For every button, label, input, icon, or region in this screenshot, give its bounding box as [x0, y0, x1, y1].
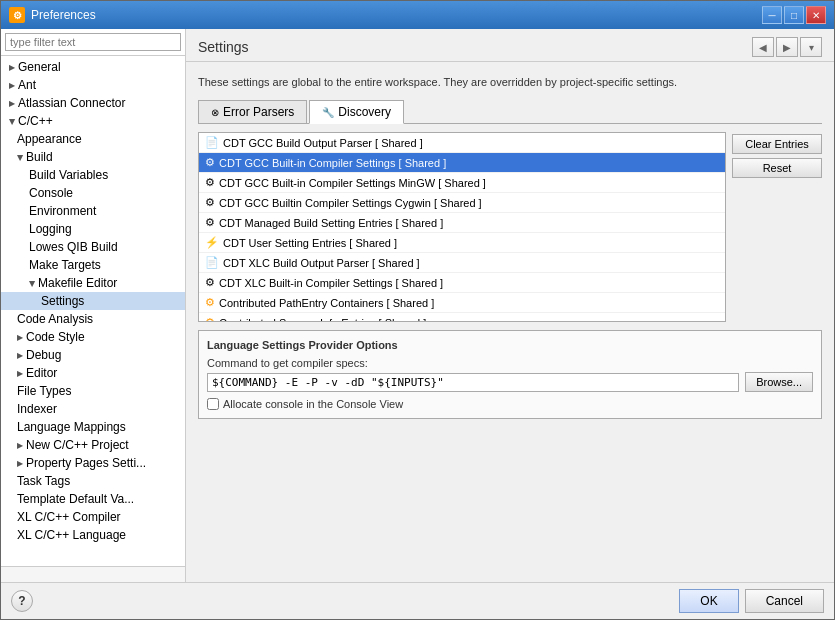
- command-label: Command to get compiler specs:: [207, 357, 813, 369]
- list-item-text: CDT User Setting Entries [ Shared ]: [223, 237, 719, 249]
- expand-icon: ▶: [17, 369, 23, 378]
- maximize-button[interactable]: □: [784, 6, 804, 24]
- sidebar-item-code-style[interactable]: ▶ Code Style: [1, 328, 185, 346]
- sidebar-item-ant[interactable]: ▶ Ant: [1, 76, 185, 94]
- list-with-buttons: 📄 CDT GCC Build Output Parser [ Shared ]…: [198, 132, 822, 322]
- sidebar-item-editor[interactable]: ▶ Editor: [1, 364, 185, 382]
- sidebar-item-logging[interactable]: Logging: [1, 220, 185, 238]
- sidebar-item-build[interactable]: ▶ Build: [1, 148, 185, 166]
- list-item[interactable]: ⚙ CDT Managed Build Setting Entries [ Sh…: [199, 213, 725, 233]
- console-checkbox-row: Allocate console in the Console View: [207, 398, 813, 410]
- list-item[interactable]: 📄 CDT XLC Build Output Parser [ Shared ]: [199, 253, 725, 273]
- list-item-text: CDT XLC Built-in Compiler Settings [ Sha…: [219, 277, 719, 289]
- sidebar: ▶ General ▶ Ant ▶ Atlassian Connector ▶ …: [1, 29, 186, 582]
- command-input[interactable]: [207, 373, 739, 392]
- sidebar-item-label: Editor: [26, 366, 57, 380]
- provider-title: Language Settings Provider Options: [207, 339, 813, 351]
- sidebar-item-build-variables[interactable]: Build Variables: [1, 166, 185, 184]
- sidebar-item-console[interactable]: Console: [1, 184, 185, 202]
- list-item[interactable]: ⚙ CDT GCC Built-in Compiler Settings Min…: [199, 173, 725, 193]
- nav-dropdown-button[interactable]: ▾: [800, 37, 822, 57]
- sidebar-item-label: Build Variables: [29, 168, 108, 182]
- cancel-button[interactable]: Cancel: [745, 589, 824, 613]
- settings-title: Settings: [198, 39, 249, 55]
- list-item-icon: ⚙: [205, 216, 215, 229]
- help-button[interactable]: ?: [11, 590, 33, 612]
- browse-button[interactable]: Browse...: [745, 372, 813, 392]
- sidebar-item-settings[interactable]: Settings: [1, 292, 185, 310]
- sidebar-item-general[interactable]: ▶ General: [1, 58, 185, 76]
- preferences-window: ⚙ Preferences ─ □ ✕ ▶ General ▶ Ant: [0, 0, 835, 620]
- ok-button[interactable]: OK: [679, 589, 738, 613]
- sidebar-item-cpp[interactable]: ▶ C/C++: [1, 112, 185, 130]
- bottom-bar: ? OK Cancel: [1, 582, 834, 619]
- sidebar-item-task-tags[interactable]: Task Tags: [1, 472, 185, 490]
- sidebar-item-label: New C/C++ Project: [26, 438, 129, 452]
- sidebar-item-label: Console: [29, 186, 73, 200]
- nav-back-button[interactable]: ◀: [752, 37, 774, 57]
- error-parsers-icon: ⊗: [211, 107, 219, 118]
- nav-forward-button[interactable]: ▶: [776, 37, 798, 57]
- discovery-icon: 🔧: [322, 107, 334, 118]
- sidebar-item-environment[interactable]: Environment: [1, 202, 185, 220]
- sidebar-item-makefile-editor[interactable]: ▶ Makefile Editor: [1, 274, 185, 292]
- sidebar-item-debug[interactable]: ▶ Debug: [1, 346, 185, 364]
- close-button[interactable]: ✕: [806, 6, 826, 24]
- list-item[interactable]: ⚙ CDT XLC Built-in Compiler Settings [ S…: [199, 273, 725, 293]
- list-wrapper[interactable]: 📄 CDT GCC Build Output Parser [ Shared ]…: [198, 132, 726, 322]
- list-item[interactable]: ⚡ CDT User Setting Entries [ Shared ]: [199, 233, 725, 253]
- sidebar-item-file-types[interactable]: File Types: [1, 382, 185, 400]
- list-item-icon: 📄: [205, 136, 219, 149]
- settings-body: These settings are global to the entire …: [186, 62, 834, 582]
- sidebar-item-lowes[interactable]: Lowes QIB Build: [1, 238, 185, 256]
- command-row: Browse...: [207, 372, 813, 392]
- sidebar-item-code-analysis[interactable]: Code Analysis: [1, 310, 185, 328]
- list-item-text: Contributed ScannerInfo Entries [ Shared…: [219, 317, 719, 323]
- tab-discovery-label: Discovery: [338, 105, 391, 119]
- sidebar-item-label: C/C++: [18, 114, 53, 128]
- sidebar-item-label: Debug: [26, 348, 61, 362]
- expand-icon: ▶: [8, 118, 17, 124]
- sidebar-item-label: Makefile Editor: [38, 276, 117, 290]
- list-item-icon: ⚙: [205, 316, 215, 322]
- ok-cancel-buttons: OK Cancel: [679, 589, 824, 613]
- list-item[interactable]: ⚙ CDT GCC Builtin Compiler Settings Cygw…: [199, 193, 725, 213]
- console-checkbox[interactable]: [207, 398, 219, 410]
- list-item-icon: ⚙: [205, 176, 215, 189]
- list-item-text: CDT XLC Build Output Parser [ Shared ]: [223, 257, 719, 269]
- minimize-button[interactable]: ─: [762, 6, 782, 24]
- sidebar-item-xl-language[interactable]: XL C/C++ Language: [1, 526, 185, 544]
- reset-button[interactable]: Reset: [732, 158, 822, 178]
- sidebar-item-label: Code Style: [26, 330, 85, 344]
- sidebar-item-xl-compiler[interactable]: XL C/C++ Compiler: [1, 508, 185, 526]
- sidebar-item-label: Indexer: [17, 402, 57, 416]
- sidebar-item-template-default[interactable]: Template Default Va...: [1, 490, 185, 508]
- sidebar-item-appearance[interactable]: Appearance: [1, 130, 185, 148]
- list-item-text: CDT GCC Build Output Parser [ Shared ]: [223, 137, 719, 149]
- list-item[interactable]: 📄 CDT GCC Build Output Parser [ Shared ]: [199, 133, 725, 153]
- sidebar-item-atlassian[interactable]: ▶ Atlassian Connector: [1, 94, 185, 112]
- sidebar-item-property-pages[interactable]: ▶ Property Pages Setti...: [1, 454, 185, 472]
- sidebar-item-label: Logging: [29, 222, 72, 236]
- list-item-icon: ⚡: [205, 236, 219, 249]
- list-item[interactable]: ⚙ Contributed PathEntry Containers [ Sha…: [199, 293, 725, 313]
- sidebar-item-lang-mappings[interactable]: Language Mappings: [1, 418, 185, 436]
- window-title: Preferences: [31, 8, 96, 22]
- sidebar-item-make-targets[interactable]: Make Targets: [1, 256, 185, 274]
- tab-discovery[interactable]: 🔧 Discovery: [309, 100, 404, 124]
- sidebar-item-new-cpp[interactable]: ▶ New C/C++ Project: [1, 436, 185, 454]
- sidebar-item-label: Lowes QIB Build: [29, 240, 118, 254]
- clear-entries-button[interactable]: Clear Entries: [732, 134, 822, 154]
- list-item-text: CDT GCC Builtin Compiler Settings Cygwin…: [219, 197, 719, 209]
- tab-error-parsers[interactable]: ⊗ Error Parsers: [198, 100, 307, 123]
- list-item[interactable]: ⚙ CDT GCC Built-in Compiler Settings [ S…: [199, 153, 725, 173]
- sidebar-item-indexer[interactable]: Indexer: [1, 400, 185, 418]
- sidebar-item-label: File Types: [17, 384, 71, 398]
- title-bar-left: ⚙ Preferences: [9, 7, 96, 23]
- tree-area[interactable]: ▶ General ▶ Ant ▶ Atlassian Connector ▶ …: [1, 56, 185, 566]
- list-item[interactable]: ⚙ Contributed ScannerInfo Entries [ Shar…: [199, 313, 725, 322]
- sidebar-item-label: Make Targets: [29, 258, 101, 272]
- main-content: ▶ General ▶ Ant ▶ Atlassian Connector ▶ …: [1, 29, 834, 582]
- filter-input[interactable]: [5, 33, 181, 51]
- sidebar-item-label: Ant: [18, 78, 36, 92]
